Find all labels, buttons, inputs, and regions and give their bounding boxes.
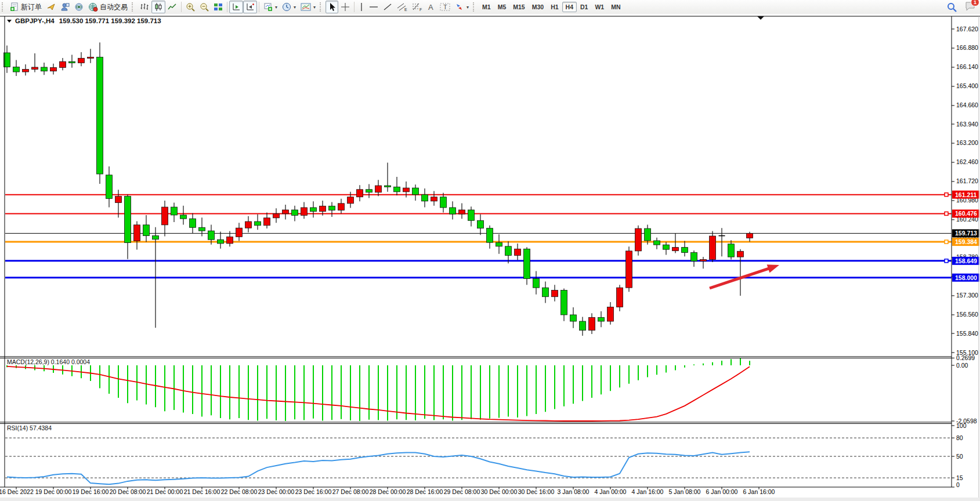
rsi-label: RSI(14) 57.4384 [7, 424, 52, 431]
chart-title: GBPJPY-,H4159.530 159.771 159.392 159.71… [15, 17, 161, 24]
line-chart-button[interactable] [165, 1, 179, 13]
time-axis[interactable]: 16 Dec 202219 Dec 00:0019 Dec 16:0020 De… [0, 487, 775, 495]
cursor-icon [328, 2, 336, 12]
ohlc-collapse-arrow[interactable] [7, 20, 12, 23]
price-axis[interactable]: 167.620166.880166.140165.400164.660163.9… [952, 16, 979, 487]
timeframe-button-d1[interactable]: D1 [577, 2, 591, 12]
arrows-icon [455, 2, 464, 12]
macd-tick: 0.00 [956, 362, 968, 369]
new-chart-icon [263, 2, 273, 12]
timeframe-button-w1[interactable]: W1 [591, 2, 607, 12]
text-tool-button[interactable]: A [425, 1, 437, 13]
pane-borders [0, 16, 980, 501]
time-tick: 16 Dec 2022 [0, 488, 34, 495]
periods-button[interactable]: ▾ [280, 1, 298, 13]
mt4-terminal: 新订单 自动交易 [0, 0, 980, 501]
candlestick-chart-button[interactable] [151, 1, 165, 13]
svg-text:160.476: 160.476 [955, 210, 977, 217]
tile-windows-button[interactable] [211, 1, 225, 13]
market-watch-button[interactable] [58, 1, 72, 13]
time-tick: 3 Jan 08:00 [558, 488, 590, 495]
horizontal-line-tool-button[interactable] [367, 1, 381, 13]
tile-windows-icon [214, 2, 223, 12]
toolbar-grip[interactable] [132, 2, 136, 12]
timeframe-button-m5[interactable]: M5 [494, 2, 510, 12]
equidistant-channel-icon: E [397, 2, 407, 12]
time-tick: 20 Dec 08:00 [110, 488, 146, 495]
timeframe-button-m15[interactable]: M15 [509, 2, 528, 12]
fibonacci-icon: F [412, 2, 422, 12]
chat-badge: 1 [971, 0, 979, 6]
chart-window: 167.620166.880166.140165.400164.660163.9… [0, 14, 980, 501]
trendline-tool-button[interactable] [381, 1, 395, 13]
signals-button[interactable] [72, 1, 86, 13]
hline-handle[interactable] [945, 240, 948, 244]
autoscroll-button[interactable] [229, 1, 243, 13]
zoom-in-button[interactable] [183, 1, 197, 13]
search-icon [947, 2, 957, 12]
arrows-tool-button[interactable]: ▾ [453, 1, 471, 13]
zoom-in-icon [186, 2, 195, 12]
rsi-tick: 0 [956, 481, 960, 488]
toolbar-grip[interactable] [320, 2, 324, 12]
cursor-tool-button[interactable] [326, 1, 338, 13]
chat-button[interactable]: 1 [965, 1, 975, 13]
new-chart-button[interactable]: ▾ [261, 1, 280, 13]
zoom-out-button[interactable] [197, 1, 211, 13]
macd-label: MACD(12,26,9) 0.1640 0.0004 [7, 358, 90, 365]
new-order-button[interactable]: 新订单 [8, 1, 44, 13]
svg-text:158.000: 158.000 [955, 274, 977, 281]
crosshair-icon [341, 2, 350, 12]
rsi-pane: 1008050150 [5, 422, 967, 488]
timeframe-button-mn[interactable]: MN [607, 2, 624, 12]
dropdown-caret: ▾ [467, 5, 469, 10]
chart-shift-button[interactable] [243, 1, 257, 13]
hline-handle[interactable] [945, 259, 948, 263]
price-tick: 157.300 [956, 292, 978, 299]
autotrading-button[interactable]: 自动交易 [86, 1, 130, 13]
time-tick: 6 Jan 16:00 [743, 488, 775, 495]
trend-arrow-head[interactable] [767, 264, 779, 273]
gold-arrow-icon [46, 2, 56, 12]
text-tool-icon: A [427, 2, 435, 12]
chart-shift-marker[interactable] [757, 16, 764, 20]
templates-button[interactable]: ▾ [298, 1, 318, 13]
bar-chart-icon [140, 2, 149, 12]
bar-chart-button[interactable] [138, 1, 151, 13]
candlestick-chart-icon [154, 2, 163, 12]
time-tick: 27 Dec 08:00 [332, 488, 369, 495]
fibonacci-tool-button[interactable]: F [410, 1, 425, 13]
time-tick: 28 Dec 00:00 [370, 488, 406, 495]
dropdown-caret: ▾ [294, 5, 296, 10]
market-depth-button[interactable] [44, 1, 58, 13]
toolbar-grip[interactable] [2, 2, 6, 12]
timeframe-button-h4[interactable]: H4 [562, 2, 577, 12]
svg-text:159.713: 159.713 [955, 230, 977, 237]
hline-handle[interactable] [945, 212, 948, 215]
label-tool-button[interactable]: T [437, 1, 453, 13]
timeframe-button-h1[interactable]: H1 [547, 2, 562, 12]
new-order-icon [10, 2, 19, 12]
time-tick: 21 Dec 00:00 [147, 488, 183, 495]
autoscroll-icon [232, 2, 241, 12]
toolbar-grip[interactable] [473, 2, 477, 12]
crosshair-tool-button[interactable] [338, 1, 352, 13]
annotations-layer[interactable] [710, 264, 779, 288]
rsi-tick: 80 [956, 434, 963, 441]
time-tick: 28 Dec 16:00 [407, 488, 443, 495]
clock-icon [282, 2, 291, 12]
price-tick: 163.200 [956, 139, 978, 146]
time-tick: 29 Dec 08:00 [444, 488, 480, 495]
window-bottom-edge [0, 498, 980, 501]
svg-text:159.384: 159.384 [955, 238, 977, 245]
chart-canvas[interactable]: 167.620166.880166.140165.400164.660163.9… [0, 14, 980, 501]
time-tick: 19 Dec 16:00 [73, 488, 109, 495]
hline-handle[interactable] [945, 193, 948, 197]
vertical-line-tool-button[interactable] [356, 1, 367, 13]
channel-tool-button[interactable]: E [395, 1, 410, 13]
price-tick: 165.400 [956, 82, 978, 89]
timeframe-button-m1[interactable]: M1 [479, 2, 494, 12]
search-button[interactable] [945, 1, 959, 13]
timeframe-button-m30[interactable]: M30 [529, 2, 547, 12]
time-tick: 4 Jan 00:00 [595, 488, 627, 495]
